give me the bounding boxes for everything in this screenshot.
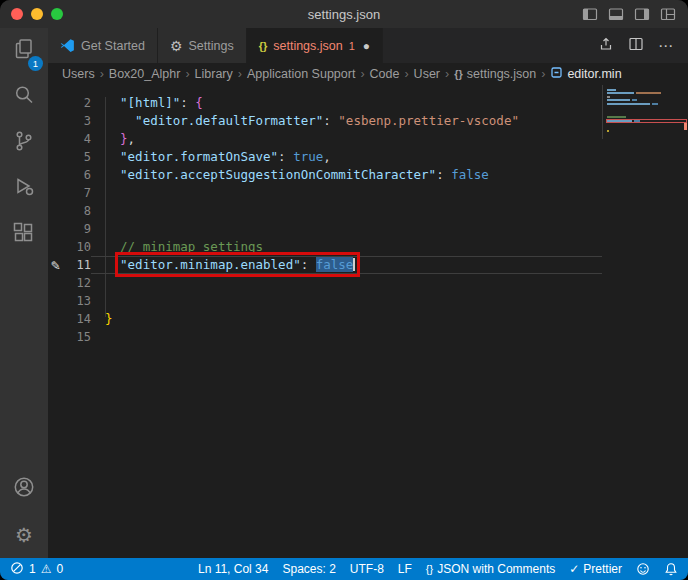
zoom-window-button[interactable] <box>51 8 63 20</box>
code-line[interactable]: 4 }, <box>48 130 602 148</box>
code-token: "editor.acceptSuggestionOnCommitCharacte… <box>120 167 436 182</box>
minimize-window-button[interactable] <box>31 8 43 20</box>
activity-bar: 1 ⚙ <box>0 28 48 558</box>
code-token <box>105 239 120 254</box>
open-settings-ui-icon[interactable] <box>598 36 614 56</box>
end-of-line[interactable]: LF <box>398 562 412 576</box>
toggle-sidebar-icon[interactable] <box>582 6 598 22</box>
code-line[interactable]: 14} <box>48 310 602 328</box>
breadcrumb-separator: › <box>541 67 545 81</box>
breadcrumb-item[interactable]: User <box>414 67 440 81</box>
traffic-lights <box>0 8 63 20</box>
minimap-line <box>607 133 686 135</box>
text-cursor <box>353 258 355 271</box>
minimap-segment <box>607 92 634 94</box>
code-area[interactable]: 2 "[html]": {3 "editor.defaultFormatter"… <box>48 85 602 558</box>
line-content: } <box>91 310 602 328</box>
tab-settings[interactable]: ⚙ Settings <box>158 28 247 63</box>
toggle-panel-icon[interactable] <box>608 6 624 22</box>
breadcrumb-item[interactable]: Users <box>62 67 95 81</box>
accounts-button[interactable] <box>0 466 48 512</box>
code-line[interactable]: 8 <box>48 202 602 220</box>
breadcrumb-label: Code <box>370 67 400 81</box>
code-line[interactable]: 2 "[html]": { <box>48 94 602 112</box>
breadcrumb-separator: › <box>360 67 364 81</box>
code-line[interactable]: 15 <box>48 328 602 346</box>
code-token: } <box>120 131 128 146</box>
breadcrumb-label: Box20_Alphr <box>109 67 181 81</box>
minimap[interactable] <box>602 85 688 139</box>
split-editor-icon[interactable] <box>628 36 644 56</box>
modified-dot: ● <box>363 39 370 53</box>
code-line[interactable]: 11 "editor.minimap.enabled": false✎ <box>48 256 602 274</box>
indentation-setting[interactable]: Spaces: 2 <box>282 562 335 576</box>
minimap-segment <box>607 130 609 132</box>
breadcrumb-item[interactable]: Box20_Alphr <box>109 67 181 81</box>
customize-layout-icon[interactable] <box>660 6 676 22</box>
sidebar-item-run-debug[interactable] <box>0 166 48 212</box>
breadcrumb-item[interactable]: Application Support <box>247 67 355 81</box>
minimap-line <box>607 126 686 128</box>
titlebar: settings.json <box>0 0 688 28</box>
breadcrumb-item[interactable]: editor.min <box>550 66 621 82</box>
minimap-segment <box>607 116 626 118</box>
gear-icon: ⚙ <box>15 523 33 547</box>
tab-settings-json[interactable]: {} settings.json 1 ● <box>247 28 383 63</box>
code-line[interactable]: 6 "editor.acceptSuggestionOnCommitCharac… <box>48 166 602 184</box>
code-token: : <box>436 167 451 182</box>
line-number: 10 <box>48 238 91 256</box>
line-content: "editor.acceptSuggestionOnCommitCharacte… <box>91 166 602 184</box>
minimap-segment <box>607 99 630 101</box>
line-number: 3 <box>48 112 91 130</box>
code-line[interactable]: 3 "editor.defaultFormatter": "esbenp.pre… <box>48 112 602 130</box>
minimap-line <box>607 130 686 132</box>
sidebar-item-explorer[interactable]: 1 <box>0 28 48 74</box>
problems-indicator[interactable]: 1 ⚠ 0 <box>10 561 63 578</box>
symbol-property-icon <box>550 66 563 82</box>
breadcrumb-item[interactable]: {}settings.json <box>454 67 536 81</box>
cursor-position[interactable]: Ln 11, Col 34 <box>198 562 269 576</box>
code-line[interactable]: 9 <box>48 220 602 238</box>
file-encoding[interactable]: UTF-8 <box>350 562 384 576</box>
breadcrumb-item[interactable]: Code <box>370 67 400 81</box>
minimap-line <box>607 103 686 105</box>
toggle-secondary-sidebar-icon[interactable] <box>634 6 650 22</box>
account-icon <box>12 475 36 504</box>
code-token: , <box>128 131 136 146</box>
line-number: 8 <box>48 202 91 220</box>
language-mode[interactable]: {} JSON with Comments <box>426 562 555 576</box>
code-line[interactable]: 10 // minimap settings <box>48 238 602 256</box>
code-token: true <box>293 149 323 164</box>
notifications-bell-icon[interactable] <box>664 562 678 576</box>
feedback-icon[interactable] <box>636 562 650 576</box>
manage-settings-button[interactable]: ⚙ <box>0 512 48 558</box>
breadcrumb-item[interactable]: Library <box>195 67 233 81</box>
formatter-label: Prettier <box>583 562 622 576</box>
sidebar-item-source-control[interactable] <box>0 120 48 166</box>
line-content: "editor.defaultFormatter": "esbenp.prett… <box>91 112 602 130</box>
breadcrumb-label: editor.min <box>567 67 621 81</box>
minimap-line <box>607 89 686 91</box>
line-number: 4 <box>48 130 91 148</box>
formatter-status[interactable]: ✓ Prettier <box>569 562 622 576</box>
minimap-line <box>607 99 686 101</box>
more-actions-icon[interactable]: ⋯ <box>658 37 674 55</box>
tab-get-started[interactable]: Get Started <box>48 28 158 63</box>
code-line[interactable]: 12 <box>48 274 602 292</box>
sidebar-item-extensions[interactable] <box>0 212 48 258</box>
breadcrumb-separator: › <box>404 67 408 81</box>
problems-badge: 1 <box>349 40 355 52</box>
breadcrumb-label: settings.json <box>467 67 536 81</box>
minimap-segment <box>607 103 650 105</box>
code-token: : <box>180 95 195 110</box>
sidebar-item-search[interactable] <box>0 74 48 120</box>
code-token: { <box>195 95 203 110</box>
explorer-badge: 1 <box>28 56 43 71</box>
code-token: : <box>323 113 338 128</box>
close-window-button[interactable] <box>11 8 23 20</box>
code-line[interactable]: 7 <box>48 184 602 202</box>
code-line[interactable]: 13 <box>48 292 602 310</box>
tab-label: settings.json <box>273 39 342 53</box>
code-line[interactable]: 5 "editor.formatOnSave": true, <box>48 148 602 166</box>
tab-label: Get Started <box>81 39 145 53</box>
